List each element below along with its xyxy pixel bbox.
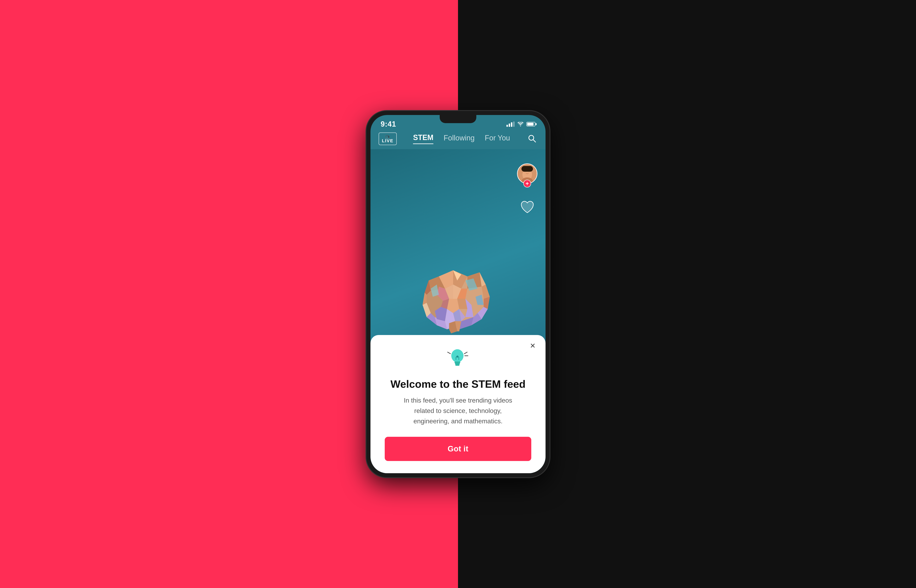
svg-rect-44	[522, 166, 533, 171]
svg-rect-49	[454, 362, 460, 363]
status-icons	[506, 121, 535, 127]
modal-description: In this feed, you'll see trending videos…	[397, 395, 519, 426]
svg-line-46	[464, 352, 467, 354]
tab-following[interactable]: Following	[444, 134, 475, 144]
lightbulb-icon	[445, 345, 471, 372]
status-time: 9:41	[381, 120, 396, 128]
search-icon	[527, 134, 536, 143]
svg-line-48	[447, 352, 451, 354]
svg-point-52	[456, 355, 459, 358]
heart-icon[interactable]	[520, 200, 535, 214]
phone-wrapper: 9:41 📺 LIVE	[367, 111, 549, 477]
search-button[interactable]	[527, 133, 537, 144]
content-area: + ×	[370, 149, 546, 473]
avatar-wrapper: +	[517, 163, 537, 184]
svg-rect-50	[455, 363, 460, 365]
tab-stem[interactable]: STEM	[413, 133, 433, 144]
battery-icon	[527, 122, 535, 126]
tab-for-you[interactable]: For You	[485, 134, 510, 144]
phone-notch	[440, 115, 476, 123]
svg-rect-51	[456, 365, 459, 366]
modal-title: Welcome to the STEM feed	[391, 378, 525, 390]
svg-marker-7	[484, 297, 490, 309]
live-button[interactable]: 📺 LIVE	[379, 132, 397, 145]
wifi-icon	[517, 122, 523, 126]
phone-frame: 9:41 📺 LIVE	[367, 111, 549, 477]
live-label: LIVE	[382, 139, 394, 143]
top-nav: 📺 LIVE STEM Following For You	[370, 131, 546, 149]
svg-line-1	[533, 140, 536, 142]
side-actions: +	[517, 153, 537, 214]
svg-marker-16	[423, 293, 426, 305]
phone-screen: 9:41 📺 LIVE	[370, 115, 546, 473]
modal-overlay: ×	[370, 335, 546, 473]
nav-tabs: STEM Following For You	[413, 133, 510, 144]
got-it-button[interactable]: Got it	[385, 437, 531, 461]
signal-bars-icon	[506, 121, 515, 127]
modal-close-button[interactable]: ×	[530, 341, 535, 350]
follow-badge[interactable]: +	[523, 180, 531, 187]
live-icon: 📺	[385, 134, 390, 138]
